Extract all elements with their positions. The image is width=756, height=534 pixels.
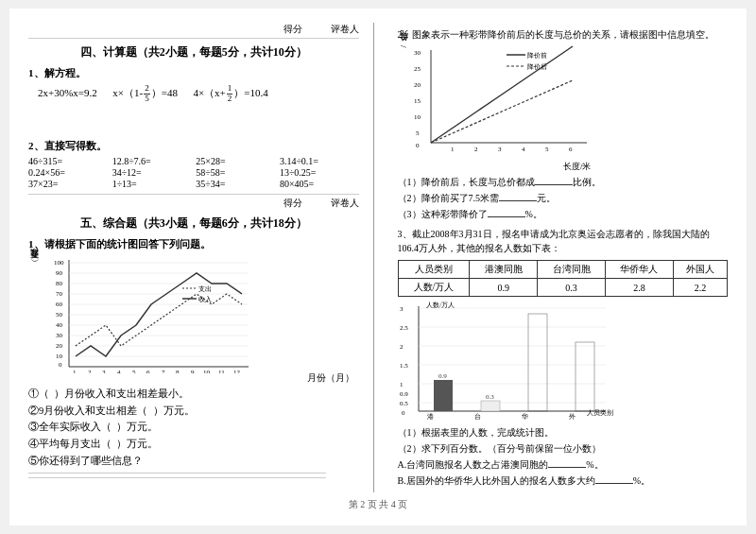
svg-text:90: 90 [56, 269, 63, 277]
table-val-4: 2.2 [673, 279, 727, 297]
score-label: 得分 [284, 23, 302, 36]
table-row-label: 人数/万人 [398, 279, 470, 297]
q3-table-container: 人员类别 港澳同胞 台湾同胞 华侨华人 外国人 人数/万人 0.9 0.3 2.… [398, 260, 729, 297]
rq2-q3: （3）这种彩带降价了%。 [398, 207, 729, 221]
svg-text:20: 20 [56, 342, 63, 350]
svg-text:100: 100 [54, 259, 64, 267]
table-val-1: 0.9 [470, 279, 538, 297]
calc-item: 3.14÷0.1= [280, 156, 359, 166]
right-q3-text: 3、截止2008年3月31日，报名申请成为北京奥运会志愿者的，除我国大陆的106… [398, 227, 729, 255]
q5-1-label: 1、请根据下面的统计图回答下列问题。 [28, 237, 359, 251]
bar-tai-wan [481, 401, 500, 411]
svg-text:0: 0 [416, 142, 420, 149]
svg-text:4: 4 [117, 369, 121, 373]
bar-chart-area: 3 2.5 2 1.5 1 0.9 0.5 0 [398, 301, 729, 422]
svg-text:2.5: 2.5 [400, 324, 408, 332]
page: 得分 评卷人 四、计算题（共2小题，每题5分，共计10分） 1、解方程。 2x+… [9, 9, 747, 525]
svg-text:10: 10 [56, 353, 63, 360]
right-y-label: 总价/元 [398, 45, 410, 48]
table-header-1: 港澳同胞 [470, 261, 538, 279]
svg-text:10: 10 [414, 113, 421, 121]
svg-text:1: 1 [451, 146, 455, 153]
svg-text:收入: 收入 [198, 296, 212, 303]
svg-text:0: 0 [402, 409, 405, 417]
section-4-title: 四、计算题（共2小题，每题5分，共计10分） [28, 44, 359, 60]
svg-text:0.3: 0.3 [486, 393, 494, 401]
svg-text:30: 30 [56, 332, 63, 339]
table-val-3: 2.8 [606, 279, 674, 297]
svg-text:5: 5 [416, 129, 420, 137]
calc-item: 46÷315= [28, 156, 108, 166]
review-label-5: 评卷人 [331, 197, 359, 210]
q4-1: 1、解方程。 2x+30%x=9.2 x×（1-25）=48 4×（x+12）=… [28, 66, 359, 134]
svg-text:70: 70 [56, 290, 63, 298]
score-row-5: 得分 评卷人 [28, 194, 359, 210]
bar-gang-ao [434, 380, 453, 411]
svg-text:2: 2 [88, 369, 92, 373]
svg-text:人员类别: 人员类别 [587, 409, 613, 417]
svg-text:20: 20 [414, 81, 421, 89]
right-q3: 3、截止2008年3月31日，报名申请成为北京奥运会志愿者的，除我国大陆的106… [398, 227, 729, 488]
svg-text:1.5: 1.5 [400, 362, 408, 370]
q4-1-label: 1、解方程。 [28, 66, 359, 80]
q5-1-q4: ④平均每月支出（ ）万元。 [28, 437, 359, 452]
svg-text:40: 40 [56, 321, 63, 329]
score-label-5: 得分 [284, 197, 302, 210]
line-chart: 100 90 80 70 60 50 40 30 20 10 0 [43, 255, 250, 373]
svg-text:80: 80 [56, 280, 63, 287]
q5-1-q3: ③全年实际收入（ ）万元。 [28, 420, 359, 435]
q5-1: 1、请根据下面的统计图回答下列问题。 全额（万元） 100 90 80 70 6… [28, 237, 359, 478]
calc-item: 13÷0.25= [280, 167, 359, 178]
rq3-qb: B.居国外的华侨华人比外国人的报名人数多大约%。 [398, 474, 729, 488]
eq1: 2x+30%x=9.2 x×（1-25）=48 4×（x+12）=10.4 [38, 84, 359, 104]
table-header-2: 台湾同胞 [538, 261, 606, 279]
svg-text:12: 12 [233, 369, 241, 373]
table-header-0: 人员类别 [398, 261, 470, 279]
q4-2-grid: 46÷315= 12.8÷7.6= 25×28= 3.14÷0.1= 0.24×… [28, 156, 359, 189]
svg-text:2: 2 [400, 343, 404, 351]
q5-1-q5: ⑤你还得到了哪些信息？ [28, 454, 359, 469]
svg-text:6: 6 [146, 369, 150, 373]
svg-text:3: 3 [102, 369, 106, 373]
svg-text:0: 0 [59, 361, 62, 369]
svg-text:0.5: 0.5 [400, 400, 408, 407]
calc-item: 37×23= [28, 179, 108, 189]
svg-text:1: 1 [400, 381, 404, 388]
svg-text:5: 5 [132, 369, 136, 373]
svg-text:支出: 支出 [198, 285, 212, 293]
calc-item: 12.8÷7.6= [112, 156, 192, 166]
svg-text:降价后: 降价后 [527, 63, 547, 71]
right-x-label: 长度/米 [412, 161, 592, 173]
svg-text:降价前: 降价前 [527, 52, 547, 60]
right-q2: 2、图象表示一种彩带降价前后的长度与总价的关系，请根据图中信息填空。 总价/元 … [398, 27, 729, 221]
svg-text:11: 11 [218, 369, 225, 373]
right-column: 2、图象表示一种彩带降价前后的长度与总价的关系，请根据图中信息填空。 总价/元 … [393, 23, 729, 492]
q3-table: 人员类别 港澳同胞 台湾同胞 华侨华人 外国人 人数/万人 0.9 0.3 2.… [398, 260, 729, 297]
review-label: 评卷人 [331, 23, 359, 36]
rq3-q1: （1）根据表里的人数，完成统计图。 [398, 425, 729, 439]
svg-text:9: 9 [191, 369, 195, 373]
table-header-4: 外国人 [673, 261, 727, 279]
svg-text:人数/万人: 人数/万人 [426, 301, 455, 309]
svg-text:外: 外 [569, 413, 576, 420]
right-q2-text: 2、图象表示一种彩带降价前后的长度与总价的关系，请根据图中信息填空。 [398, 27, 729, 42]
bar-hua-qiao [528, 314, 547, 411]
svg-text:华: 华 [522, 413, 528, 420]
calc-item: 0.24×56= [28, 167, 108, 178]
calc-item: 1÷13= [112, 179, 192, 189]
svg-text:8: 8 [176, 369, 180, 373]
svg-text:25: 25 [414, 65, 421, 73]
rq3-q2: （2）求下列百分数。（百分号前保留一位小数） [398, 441, 729, 456]
q4-2: 2、直接写得数。 46÷315= 12.8÷7.6= 25×28= 3.14÷0… [28, 139, 359, 189]
rq2-q2: （2）降价前买了7.5米需元。 [398, 191, 729, 205]
score-row-4: 得分 评卷人 [28, 23, 359, 39]
bar-wai-guo [576, 342, 594, 411]
table-val-2: 0.3 [538, 279, 606, 297]
bar-chart: 3 2.5 2 1.5 1 0.9 0.5 0 [398, 301, 625, 420]
svg-text:7: 7 [162, 369, 165, 373]
svg-text:10: 10 [203, 369, 211, 373]
q4-2-label: 2、直接写得数。 [28, 139, 359, 153]
calc-item: 35÷34= [196, 179, 275, 189]
q5-1-q2: ②9月份收入和支出相差（ ）万元。 [28, 404, 359, 419]
svg-text:15: 15 [414, 97, 421, 105]
